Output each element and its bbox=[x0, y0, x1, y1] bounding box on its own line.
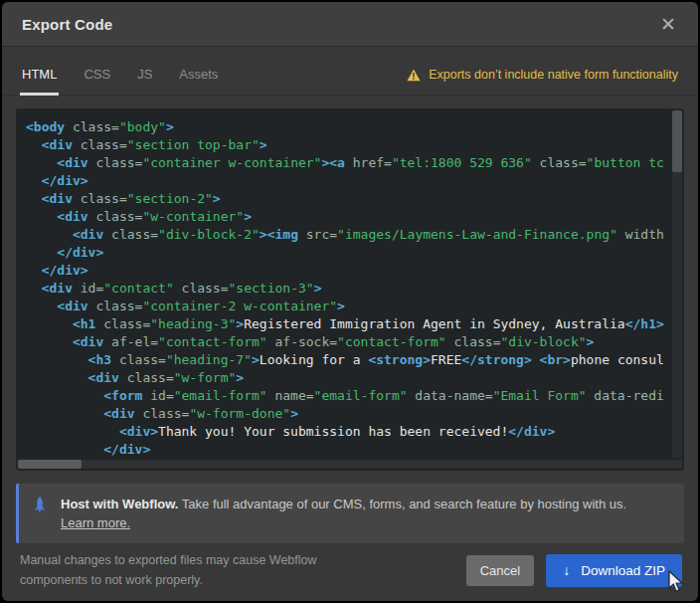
code-line: <body class="body"> bbox=[26, 118, 670, 136]
code-line: </div> bbox=[26, 244, 670, 262]
code-line: <form id="email-form" name="email-form" … bbox=[26, 387, 670, 405]
code-preview-panel: <body class="body"> <div class="section … bbox=[16, 108, 684, 471]
export-code-dialog: Export Code ✕ HTMLCSSJSAssets Exports do… bbox=[2, 2, 698, 601]
code-line: <div>Thank you! Your submission has been… bbox=[26, 423, 670, 441]
download-arrow-icon: ↓ bbox=[563, 563, 570, 577]
horizontal-scrollbar-thumb[interactable] bbox=[18, 460, 82, 469]
dialog-header: Export Code ✕ bbox=[2, 2, 698, 47]
close-icon[interactable]: ✕ bbox=[658, 15, 678, 34]
export-note-line1: Manual changes to exported files may cau… bbox=[20, 550, 317, 570]
code-line: <h3 class="heading-7">Looking for a <str… bbox=[26, 351, 670, 369]
tab-bar: HTMLCSSJSAssets Exports don’t include na… bbox=[2, 47, 698, 96]
dialog-footer: Manual changes to exported files may cau… bbox=[2, 543, 698, 601]
export-note: Manual changes to exported files may cau… bbox=[20, 550, 317, 590]
warning-text: Exports don’t include native form functi… bbox=[429, 68, 678, 82]
banner-text-body: Take full advantage of our CMS, forms, a… bbox=[178, 497, 626, 511]
horizontal-scrollbar[interactable] bbox=[18, 460, 682, 469]
code-line: <div class="w-form-done"> bbox=[26, 405, 670, 423]
form-functionality-warning: Exports don’t include native form functi… bbox=[407, 68, 678, 95]
code-line: <div class="div-block-2"><img src="image… bbox=[26, 226, 670, 244]
vertical-scrollbar[interactable] bbox=[672, 110, 682, 458]
learn-more-link[interactable]: Learn more. bbox=[61, 515, 130, 530]
code-line: </div> bbox=[26, 441, 670, 459]
download-zip-button[interactable]: ↓ Download ZIP bbox=[546, 554, 682, 587]
export-note-line2: components to not work properly. bbox=[20, 570, 317, 590]
code-line: <div class="section top-bar"> bbox=[26, 136, 670, 154]
host-with-webflow-banner: Host with Webflow. Take full advantage o… bbox=[16, 484, 684, 543]
rocket-icon bbox=[32, 497, 48, 514]
code-line: <div class="w-form"> bbox=[26, 369, 670, 387]
code-line: </div> bbox=[26, 262, 670, 280]
code-line: <div class="container w-container"><a hr… bbox=[26, 154, 670, 172]
tab-js[interactable]: JS bbox=[137, 61, 152, 95]
tab-html[interactable]: HTML bbox=[22, 61, 57, 95]
banner-text-bold: Host with Webflow. bbox=[61, 497, 178, 511]
download-zip-label: Download ZIP bbox=[581, 563, 665, 578]
code-line: <div class="container-2 w-container"> bbox=[26, 298, 670, 315]
cancel-button[interactable]: Cancel bbox=[466, 555, 534, 586]
tab-css[interactable]: CSS bbox=[84, 61, 110, 95]
footer-buttons: Cancel ↓ Download ZIP bbox=[466, 554, 682, 587]
code-line: </div> bbox=[26, 172, 670, 190]
code-line: <div af-el="contact-form" af-sock="conta… bbox=[26, 333, 670, 351]
code-line: <div class="section-2"> bbox=[26, 190, 670, 208]
code-line: <h1 class="heading-3">Registered Immigra… bbox=[26, 315, 670, 333]
banner-text: Host with Webflow. Take full advantage o… bbox=[61, 495, 626, 532]
tabs: HTMLCSSJSAssets bbox=[22, 61, 218, 95]
dialog-title: Export Code bbox=[22, 16, 112, 33]
vertical-scrollbar-thumb[interactable] bbox=[672, 110, 682, 172]
code-line: <div id="contact" class="section-3"> bbox=[26, 280, 670, 298]
code-editor[interactable]: <body class="body"> <div class="section … bbox=[26, 118, 670, 460]
tab-assets[interactable]: Assets bbox=[179, 61, 218, 95]
warning-triangle-icon bbox=[407, 69, 421, 82]
code-line: <div class="w-container"> bbox=[26, 208, 670, 226]
